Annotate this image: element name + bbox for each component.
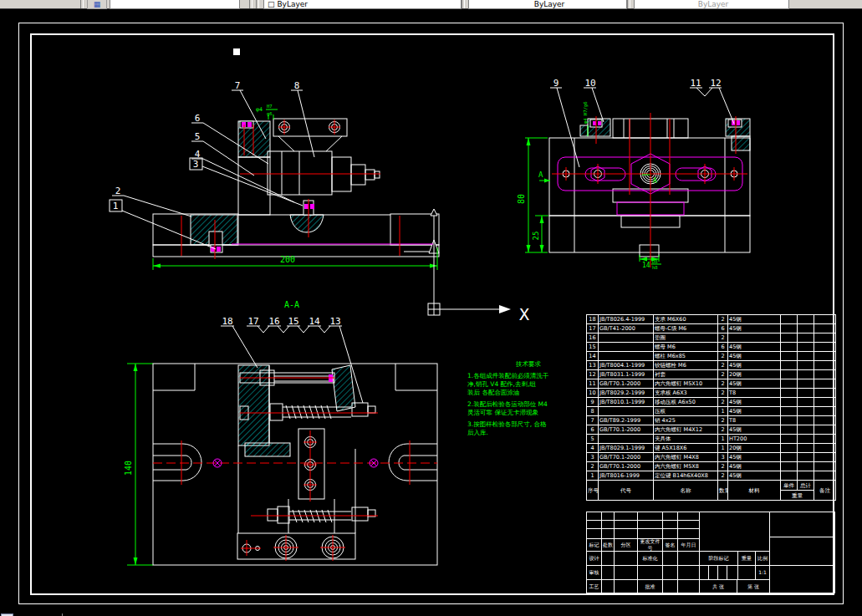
callout-3[interactable]: 3 bbox=[193, 159, 199, 170]
section-view[interactable]: A-A 18 17 16 15 14 13 bbox=[124, 300, 437, 565]
tb-sign: 签名 bbox=[662, 538, 678, 552]
tb-doc: 更改文件号 bbox=[637, 538, 663, 552]
bom-header-weight: 重量 bbox=[781, 491, 814, 501]
section-letter-center: A bbox=[653, 177, 657, 185]
tb-count: 处数 bbox=[601, 538, 615, 552]
tb-design: 设计 bbox=[586, 551, 602, 566]
ucs-icon: X bbox=[428, 216, 529, 324]
technical-notes: 技术要求 1.各组成件装配前必须清洗干 净,销孔 V4 配作,去刺,组 装后 各… bbox=[467, 360, 549, 436]
bom-header-mat: 材料 bbox=[728, 481, 781, 501]
dim-140-text: 140 bbox=[124, 461, 133, 476]
note-line: 装后 各配合面涂油 bbox=[467, 389, 519, 396]
bom-row: 6GB/T70.1-2000内六角螺钉 M4X12245钢 bbox=[587, 425, 836, 435]
callout-9[interactable]: 9 bbox=[553, 78, 559, 89]
callout-11[interactable]: 11 bbox=[690, 78, 701, 89]
tb-process: 工艺 bbox=[586, 579, 602, 593]
tb-drawing-number bbox=[769, 512, 835, 537]
callout-14[interactable]: 14 bbox=[309, 316, 320, 327]
fit-lower-text: g6 bbox=[267, 111, 273, 117]
bom-row: 7GB/T89.2-1999销 4x252T8 bbox=[587, 416, 836, 425]
key-upper-text: D8 bbox=[652, 259, 658, 264]
callout-5[interactable]: 5 bbox=[195, 131, 201, 142]
bom-row: 3GB/T70.1-2000内六角螺钉 M4X8345钢 bbox=[587, 453, 836, 462]
callout-10[interactable]: 10 bbox=[584, 78, 595, 89]
note-line: 2.装配后检验各运动部位 M4 bbox=[467, 400, 548, 408]
note-line: 后入库. bbox=[467, 429, 488, 436]
tb-date: 年月日 bbox=[677, 538, 700, 552]
bom-header-code: 代号 bbox=[599, 481, 654, 501]
bom-row: 4JB/T8029.1-1999键 A5X18X6120钢 bbox=[587, 444, 836, 453]
plan-view[interactable]: 80 25 14 D8 h8 A A φ4 H7/g6 9 10 bbox=[517, 78, 750, 270]
bom-row: 1JB/T8016-1999定位键 B14h6X40X8245钢 bbox=[587, 471, 836, 481]
bom-header-total: 总计 bbox=[798, 481, 814, 491]
bom-row: 16垫圈2 bbox=[587, 333, 836, 343]
dim-200-text: 200 bbox=[280, 255, 295, 264]
dim-80-text: 80 bbox=[517, 194, 526, 204]
bom-header-no: 序号 bbox=[587, 481, 599, 501]
tb-check: 审核 bbox=[586, 565, 602, 580]
section-letter-left: A bbox=[538, 171, 543, 179]
bom-row: 11GB/T70.1-2000内六角螺钉 M5X10245钢 bbox=[587, 379, 836, 389]
callout-6[interactable]: 6 bbox=[195, 113, 201, 124]
callout-13[interactable]: 13 bbox=[329, 316, 340, 327]
tb-sheets: 共 张 bbox=[699, 579, 737, 593]
hole-fit-text: φ4 H7/g6 bbox=[583, 102, 589, 125]
axis-x-label: X bbox=[519, 304, 529, 324]
tb-zone: 分区 bbox=[614, 538, 638, 552]
tb-standard: 标准化 bbox=[637, 551, 663, 566]
bom-row: 12JB/T8031.1-1999衬套220钢 bbox=[587, 370, 836, 379]
tb-scale-value: 1:1 bbox=[755, 565, 770, 580]
callout-8[interactable]: 8 bbox=[294, 80, 300, 91]
bom-row: 8压板145钢 bbox=[587, 407, 836, 416]
note-line: 净,销孔 V4 配作,去刺,组 bbox=[467, 380, 536, 388]
key-size-text: 14 bbox=[642, 262, 650, 269]
bom-row: 2GB/T70.1-2000内六角螺钉 M5X8245钢 bbox=[587, 462, 836, 471]
command-area-edge bbox=[0, 604, 862, 616]
bom-row: 9JB/T8010.1-1999移动压板 A6x50245钢 bbox=[587, 398, 836, 407]
tb-approve: 批准 bbox=[637, 579, 663, 593]
bom-row: 15螺母 M6645钢 bbox=[587, 343, 836, 352]
callout-18[interactable]: 18 bbox=[222, 316, 232, 327]
bom-row: 10JB/T8029.2-1999支承板 A6X32T8 bbox=[587, 389, 836, 398]
key-lower-text: h8 bbox=[652, 265, 658, 270]
tb-mark: 标记 bbox=[586, 538, 602, 552]
note-line: 灵活可靠 保证无卡滞现象 bbox=[467, 409, 538, 416]
bom-row: 18JB/T8026.4-1999支承 M6X60245钢 bbox=[587, 315, 836, 324]
callout-1[interactable]: 1 bbox=[113, 201, 119, 211]
tb-unit-name bbox=[769, 537, 835, 566]
tb-scale-label: 比例 bbox=[755, 551, 770, 566]
callout-7[interactable]: 7 bbox=[235, 80, 241, 91]
notes-title: 技术要求 bbox=[515, 360, 542, 368]
callout-12[interactable]: 12 bbox=[710, 78, 721, 89]
bom-header-remark: 备注 bbox=[814, 481, 836, 501]
bom-row: 17GB/T41-2000螺母-C级 M6645钢 bbox=[587, 324, 836, 333]
callout-16[interactable]: 16 bbox=[268, 316, 279, 327]
bom-row: 14螺柱 M6x85245钢 bbox=[587, 352, 836, 361]
bom-row: 5夹具体1HT200 bbox=[587, 435, 836, 444]
section-title: A-A bbox=[284, 300, 299, 309]
bom-row: 13JB/T8004.1-1999铰链螺栓 M6245钢 bbox=[587, 361, 836, 370]
bom-header-qty: 数量 bbox=[718, 481, 728, 501]
tb-extra bbox=[769, 565, 835, 593]
dim-25-text: 25 bbox=[532, 232, 540, 241]
tb-stage: 阶段标记 bbox=[699, 551, 738, 566]
callout-2[interactable]: 2 bbox=[115, 186, 121, 196]
bom-header-single: 单件 bbox=[781, 481, 798, 491]
bom-table: 18JB/T8026.4-1999支承 M6X60245钢 17GB/T41-2… bbox=[586, 314, 835, 501]
bom-header-name: 名称 bbox=[654, 481, 718, 501]
front-view[interactable]: 200 φ4 H7 g6 7 8 6 5 4 bbox=[110, 80, 439, 270]
title-block: 标记 处数 分区 更改文件号 签名 年月日 设计 标准化 审核 工艺 批准 阶段… bbox=[586, 512, 835, 593]
callout-17[interactable]: 17 bbox=[247, 316, 258, 327]
tb-weight: 重量 bbox=[737, 551, 756, 566]
cad-application-window: ▦ □ ByLayer ByLayer ByLayer bbox=[0, 0, 862, 616]
fit-upper-text: H7 bbox=[267, 104, 273, 109]
note-line: 1.各组成件装配前必须清洗干 bbox=[467, 372, 549, 379]
tb-part-name bbox=[699, 512, 770, 552]
note-line: 3.按图样检验各部尺寸, 合格 bbox=[467, 420, 547, 428]
fit-dia-text: φ4 bbox=[256, 106, 263, 113]
tb-sheet-no: 第 张 bbox=[737, 579, 770, 593]
bom-header-row: 序号 代号 名称 数量 材料 单件 总计 备注 bbox=[587, 481, 836, 491]
callout-15[interactable]: 15 bbox=[288, 316, 298, 327]
